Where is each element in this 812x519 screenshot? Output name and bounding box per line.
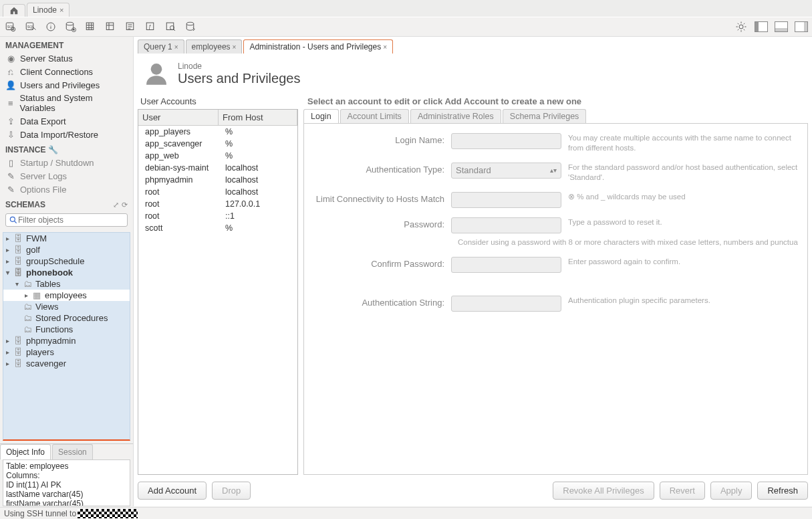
accounts-table[interactable]: User From Host app_players%app_scavenger…	[138, 109, 298, 475]
sidebar-item-server-status[interactable]: ◉Server Status	[0, 51, 133, 65]
schema-filter[interactable]	[5, 213, 128, 227]
hosts-label: Limit Connectivity to Hosts Match	[311, 192, 451, 204]
authstring-label: Authentication String:	[311, 296, 451, 308]
close-icon[interactable]: ×	[383, 43, 387, 51]
svg-point-17	[10, 217, 15, 221]
col-host[interactable]: From Host	[219, 110, 297, 125]
authstring-hint: Authentication plugin specific parameter…	[561, 296, 801, 306]
auth-type-select[interactable]: Standard▴▾	[451, 163, 561, 179]
view-icon[interactable]	[104, 20, 118, 33]
phonebook-functions[interactable]: 🗂Functions	[3, 324, 130, 335]
home-tab[interactable]	[3, 4, 25, 17]
procedure-icon[interactable]	[124, 20, 138, 33]
ftab-login[interactable]: Login	[303, 109, 339, 123]
sidebar-item-data-export[interactable]: ⇪Data Export	[0, 114, 133, 128]
confirm-input[interactable]	[451, 257, 561, 273]
table-row[interactable]: root::1	[138, 210, 297, 222]
connection-tab-linode[interactable]: Linode ×	[27, 3, 70, 17]
password-input[interactable]	[451, 217, 561, 233]
db-phonebook[interactable]: ▾🗄phonebook	[3, 267, 130, 278]
auth-type-label: Authentication Type:	[311, 163, 451, 175]
hosts-input[interactable]	[451, 192, 561, 208]
layout-bottom-icon[interactable]	[775, 21, 788, 32]
ftab-account-limits[interactable]: Account Limits	[340, 109, 409, 123]
db-golf[interactable]: ▸🗄golf	[3, 244, 130, 255]
inspector-icon[interactable]	[44, 20, 57, 33]
db-players[interactable]: ▸🗄players	[3, 346, 130, 358]
folder-icon: 🗂	[23, 302, 34, 312]
svg-rect-8	[86, 23, 94, 30]
table-row[interactable]: scott%	[138, 222, 297, 234]
tab-query1[interactable]: Query 1×	[138, 39, 184, 54]
schema-filter-input[interactable]	[18, 215, 124, 225]
login-name-input[interactable]	[451, 133, 561, 149]
login-name-hint: You may create multiple accounts with th…	[561, 133, 801, 153]
folder-icon: 🗂	[23, 279, 34, 289]
wrench-icon: 🔧	[48, 145, 58, 154]
db-fwm[interactable]: ▸🗄FWM	[3, 233, 130, 244]
open-sql-icon[interactable]: SQL	[24, 20, 37, 33]
layout-sidebar-icon[interactable]	[755, 21, 768, 32]
svg-point-18	[151, 64, 162, 75]
new-sql-tab-icon[interactable]: SQL	[4, 20, 17, 33]
drop-button[interactable]: Drop	[212, 482, 251, 500]
table-row[interactable]: app_scavenger%	[138, 138, 297, 150]
svg-point-6	[66, 22, 74, 25]
schemas-header: SCHEMAS ⤢ ⟳	[0, 196, 133, 211]
schema-tree[interactable]: ▸🗄FWM ▸🗄golf ▸🗄groupSchedule ▾🗄phonebook…	[3, 232, 130, 441]
sidebar-item-data-import[interactable]: ⇩Data Import/Restore	[0, 128, 133, 141]
sidebar-item-server-logs[interactable]: ✎Server Logs	[0, 169, 133, 183]
layout-right-icon[interactable]	[795, 21, 808, 32]
phonebook-tables[interactable]: ▾🗂Tables	[3, 278, 130, 290]
table-employees[interactable]: ▸▦employees	[3, 290, 130, 301]
table-row[interactable]: app_web%	[138, 150, 297, 162]
ftab-schema-privs[interactable]: Schema Privileges	[503, 109, 587, 123]
db-scavenger[interactable]: ▸🗄scavenger	[3, 358, 130, 369]
db-create-icon[interactable]	[64, 20, 78, 33]
expand-icon[interactable]: ⤢	[113, 201, 119, 209]
sidebar-item-options-file[interactable]: ✎Options File	[0, 183, 133, 196]
authstring-input[interactable]	[451, 296, 561, 312]
tab-session[interactable]: Session	[52, 444, 93, 459]
phonebook-views[interactable]: 🗂Views	[3, 301, 130, 312]
gear-icon[interactable]	[734, 20, 748, 33]
sidebar-item-users-privileges[interactable]: 👤Users and Privileges	[0, 78, 133, 92]
sidebar-item-client-connections[interactable]: ⎌Client Connections	[0, 65, 133, 78]
table-row[interactable]: rootlocalhost	[138, 186, 297, 198]
reconnect-icon[interactable]	[184, 20, 198, 33]
table-create-icon[interactable]	[84, 20, 98, 33]
table-row[interactable]: phpmyadminlocalhost	[138, 174, 297, 186]
phonebook-procedures[interactable]: 🗂Stored Procedures	[3, 312, 130, 324]
instance-section-title: INSTANCE 🔧	[0, 141, 133, 156]
tab-object-info[interactable]: Object Info	[0, 444, 51, 459]
table-row[interactable]: root127.0.0.1	[138, 198, 297, 210]
sidebar-item-status-variables[interactable]: ≡Status and System Variables	[0, 92, 133, 114]
search-icon[interactable]	[164, 20, 178, 33]
revoke-button[interactable]: Revoke All Privileges	[553, 482, 654, 500]
db-phpmyadmin[interactable]: ▸🗄phpmyadmin	[3, 335, 130, 346]
close-icon[interactable]: ×	[233, 43, 237, 51]
add-account-button[interactable]: Add Account	[138, 482, 207, 500]
apply-button[interactable]: Apply	[710, 482, 753, 500]
ftab-admin-roles[interactable]: Administrative Roles	[410, 109, 501, 123]
revert-button[interactable]: Revert	[660, 482, 705, 500]
close-icon[interactable]: ×	[174, 43, 178, 51]
logs-icon: ✎	[5, 171, 16, 181]
table-row[interactable]: debian-sys-maintlocalhost	[138, 162, 297, 174]
navigator-sidebar: MANAGEMENT ◉Server Status ⎌Client Connec…	[0, 37, 134, 506]
refresh-schemas-icon[interactable]: ⟳	[122, 201, 128, 209]
table-row[interactable]: app_players%	[138, 126, 297, 138]
tab-administration[interactable]: Administration - Users and Privileges×	[243, 39, 393, 54]
database-icon: 🗄	[14, 268, 25, 278]
col-user[interactable]: User	[138, 110, 219, 125]
sidebar-item-startup[interactable]: ▯Startup / Shutdown	[0, 156, 133, 169]
password-label: Password:	[311, 217, 451, 229]
export-icon: ⇪	[5, 116, 16, 126]
login-name-label: Login Name:	[311, 133, 451, 145]
refresh-button[interactable]: Refresh	[757, 482, 808, 500]
clear-icon[interactable]: ⊗	[568, 193, 575, 201]
close-icon[interactable]: ×	[59, 6, 63, 14]
db-groupschedule[interactable]: ▸🗄groupSchedule	[3, 255, 130, 267]
function-icon[interactable]: ƒ	[144, 20, 158, 33]
tab-employees[interactable]: employees×	[186, 39, 243, 54]
